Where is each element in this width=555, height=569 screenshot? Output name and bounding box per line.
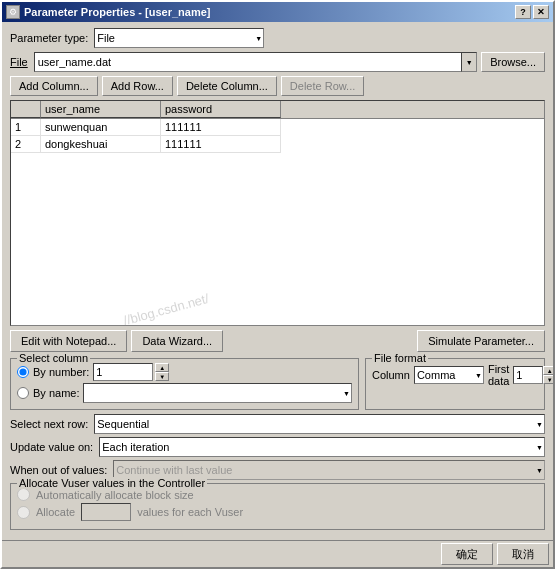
param-type-select-wrapper: File Custom Date/Time Group Name xyxy=(94,28,264,48)
col-header-username: user_name xyxy=(41,101,161,118)
by-number-spinner: ▲ ▼ xyxy=(93,363,352,381)
first-data-label: First data xyxy=(488,363,509,387)
add-row-button[interactable]: Add Row... xyxy=(102,76,173,96)
update-value-on-label: Update value on: xyxy=(10,441,93,453)
data-table: user_name password 1 sunwenquan 111111 2… xyxy=(10,100,545,326)
delete-row-button[interactable]: Delete Row... xyxy=(281,76,364,96)
first-data-spin-down[interactable]: ▼ xyxy=(543,375,553,384)
param-type-select[interactable]: File Custom Date/Time Group Name xyxy=(94,28,264,48)
column-row-buttons: Add Column... Add Row... Delete Column..… xyxy=(10,76,545,96)
manual-allocate-row: Allocate values for each Vuser xyxy=(17,503,538,521)
col-header-num xyxy=(11,101,41,118)
table-header: user_name password xyxy=(11,101,544,119)
browse-button[interactable]: Browse... xyxy=(481,52,545,72)
window-title: Parameter Properties - [user_name] xyxy=(24,6,210,18)
allocate-legend: Allocate Vuser values in the Controller xyxy=(17,477,207,489)
file-combo: user_name.dat ▼ xyxy=(34,52,477,72)
allocate-label: Allocate xyxy=(36,506,75,518)
update-value-on-row: Update value on: Each iteration Each occ… xyxy=(10,437,545,457)
first-data-input[interactable] xyxy=(513,366,543,384)
by-name-label: By name: xyxy=(33,387,79,399)
help-button[interactable]: ? xyxy=(515,5,531,19)
close-button[interactable]: ✕ xyxy=(533,5,549,19)
file-row: File user_name.dat ▼ Browse... xyxy=(10,52,545,72)
content-area: Parameter type: File Custom Date/Time Gr… xyxy=(2,22,553,540)
column-format-select[interactable]: Comma Tab Space xyxy=(414,366,484,384)
update-value-on-select[interactable]: Each iteration Each occurrence xyxy=(99,437,545,457)
cell-username-1: sunwenquan xyxy=(41,119,161,136)
by-number-spin-buttons: ▲ ▼ xyxy=(155,363,169,381)
allocate-group: Allocate Vuser values in the Controller … xyxy=(10,483,545,530)
file-format-legend: File format xyxy=(372,352,428,364)
auto-allocate-radio[interactable] xyxy=(17,488,30,501)
bottom-bar: 确定 取消 xyxy=(2,540,553,567)
by-name-row: By name: xyxy=(17,383,352,403)
cell-password-1: 111111 xyxy=(161,119,281,136)
table-body: 1 sunwenquan 111111 2 dongkeshuai 111111 xyxy=(11,119,544,153)
cancel-button[interactable]: 取消 xyxy=(497,543,549,565)
select-next-row-wrapper: Sequential Random Unique xyxy=(94,414,545,434)
file-label: File xyxy=(10,56,28,68)
select-next-row-row: Select next row: Sequential Random Uniqu… xyxy=(10,414,545,434)
edit-notepad-button[interactable]: Edit with Notepad... xyxy=(10,330,127,352)
cell-password-2: 111111 xyxy=(161,136,281,153)
first-data-spin-up[interactable]: ▲ xyxy=(543,366,553,375)
by-number-radio[interactable] xyxy=(17,366,29,378)
col-header-password: password xyxy=(161,101,281,118)
title-bar-left: ⚙ Parameter Properties - [user_name] xyxy=(6,5,210,19)
select-next-row-select[interactable]: Sequential Random Unique xyxy=(94,414,545,434)
when-out-label: When out of values: xyxy=(10,464,107,476)
manual-allocate-radio[interactable] xyxy=(17,506,30,519)
by-name-radio[interactable] xyxy=(17,387,29,399)
allocate-input[interactable] xyxy=(81,503,131,521)
file-format-panel: File format Column Comma Tab Space First… xyxy=(365,358,545,410)
first-data-spinner: ▲ ▼ xyxy=(513,366,553,384)
table-row: 1 sunwenquan 111111 xyxy=(11,119,544,136)
by-number-spin-down[interactable]: ▼ xyxy=(155,372,169,381)
action-buttons: Edit with Notepad... Data Wizard... Simu… xyxy=(10,330,545,352)
by-number-spin-up[interactable]: ▲ xyxy=(155,363,169,372)
column-select-wrapper: Comma Tab Space xyxy=(414,366,484,384)
cell-username-2: dongkeshuai xyxy=(41,136,161,153)
allocate-suffix: values for each Vuser xyxy=(137,506,243,518)
param-type-row: Parameter type: File Custom Date/Time Gr… xyxy=(10,28,545,48)
select-column-panel: Select column By number: ▲ ▼ xyxy=(10,358,359,410)
panels-row: Select column By number: ▲ ▼ xyxy=(10,358,545,410)
file-format-grid: Column Comma Tab Space First data xyxy=(372,363,538,387)
table-row: 2 dongkeshuai 111111 xyxy=(11,136,544,153)
first-data-spin-buttons: ▲ ▼ xyxy=(543,366,553,384)
ok-button[interactable]: 确定 xyxy=(441,543,493,565)
delete-column-button[interactable]: Delete Column... xyxy=(177,76,277,96)
title-bar: ⚙ Parameter Properties - [user_name] ? ✕ xyxy=(2,2,553,22)
simulate-button[interactable]: Simulate Parameter... xyxy=(417,330,545,352)
file-dropdown-arrow[interactable]: ▼ xyxy=(461,52,477,72)
auto-allocate-row: Automatically allocate block size xyxy=(17,488,538,501)
param-type-label: Parameter type: xyxy=(10,32,88,44)
by-number-row: By number: ▲ ▼ xyxy=(17,363,352,381)
data-wizard-button[interactable]: Data Wizard... xyxy=(131,330,223,352)
select-column-legend: Select column xyxy=(17,352,90,364)
main-window: ⚙ Parameter Properties - [user_name] ? ✕… xyxy=(0,0,555,569)
cell-num-2: 2 xyxy=(11,136,41,153)
cell-num-1: 1 xyxy=(11,119,41,136)
by-name-select-wrapper xyxy=(83,383,352,403)
by-number-label: By number: xyxy=(33,366,89,378)
column-label: Column xyxy=(372,369,410,381)
title-buttons: ? ✕ xyxy=(515,5,549,19)
add-column-button[interactable]: Add Column... xyxy=(10,76,98,96)
bottom-section: Edit with Notepad... Data Wizard... Simu… xyxy=(10,330,545,534)
auto-allocate-label: Automatically allocate block size xyxy=(36,489,194,501)
by-name-select[interactable] xyxy=(83,383,352,403)
select-next-row-label: Select next row: xyxy=(10,418,88,430)
update-value-on-wrapper: Each iteration Each occurrence xyxy=(99,437,545,457)
window-icon: ⚙ xyxy=(6,5,20,19)
file-input[interactable]: user_name.dat xyxy=(34,52,461,72)
by-number-input[interactable] xyxy=(93,363,153,381)
